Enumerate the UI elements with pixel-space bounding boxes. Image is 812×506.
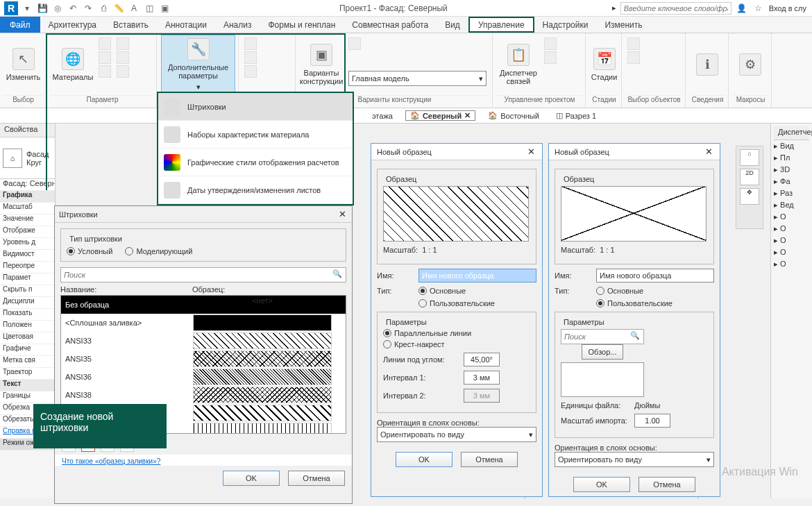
keyword-search[interactable]: [620, 2, 731, 15]
menu-file[interactable]: Файл: [0, 17, 40, 33]
help-icon[interactable]: 👤: [736, 2, 748, 15]
modify-tool[interactable]: ↖Изменить: [3, 35, 44, 94]
radio-custom[interactable]: Пользовательские: [596, 299, 673, 307]
orientation-combo[interactable]: Ориентировать по виду▾: [377, 427, 536, 442]
property-row[interactable]: Метка свя: [0, 356, 55, 368]
import-scale-input[interactable]: [634, 414, 670, 428]
tree-item[interactable]: ▸ О: [774, 246, 809, 258]
param-icon-2[interactable]: [99, 51, 111, 64]
dropdown-sheet-dates[interactable]: Даты утверждения/изменения листов: [158, 176, 353, 204]
view-icon[interactable]: ▣: [158, 2, 171, 15]
info-button[interactable]: ℹ: [690, 35, 725, 94]
tree-item[interactable]: ▸ Вед: [774, 199, 809, 211]
home-icon[interactable]: ⌂: [740, 149, 759, 166]
radio-modeling[interactable]: Моделирующий: [125, 247, 192, 255]
param-icon-3[interactable]: [99, 65, 111, 78]
dropdown-hatches[interactable]: Штриховки: [158, 93, 353, 121]
tree-item[interactable]: ▸ Вид: [774, 140, 809, 152]
tab-section[interactable]: ◫ Разрез 1: [552, 111, 600, 120]
tree-item[interactable]: ▸ О: [774, 235, 809, 246]
link-manager-button[interactable]: 📋Диспетчер связей: [497, 35, 540, 94]
save-icon[interactable]: 💾: [36, 2, 49, 15]
property-row[interactable]: Видимост: [0, 250, 55, 262]
property-row[interactable]: Значение: [0, 214, 55, 226]
proj-icon-1[interactable]: [544, 37, 557, 50]
pattern-row[interactable]: Без образца<нет>: [61, 296, 346, 314]
radio-cross[interactable]: Крест-накрест: [383, 340, 530, 348]
view-cube[interactable]: ⌂ 2D ✥: [736, 146, 763, 229]
menu-modify[interactable]: Изменить: [596, 17, 650, 33]
param-list[interactable]: [561, 362, 644, 397]
close-button[interactable]: ✕: [337, 209, 348, 220]
sample-name-input[interactable]: [596, 269, 714, 282]
menu-annotations[interactable]: Аннотации: [157, 17, 215, 33]
browse-button[interactable]: Обзор...: [582, 344, 623, 360]
property-row[interactable]: Показать: [0, 309, 55, 321]
radio-custom[interactable]: Пользовательские: [418, 299, 495, 307]
what-is-fill-link[interactable]: Что такое «образец заливки»?: [55, 455, 352, 466]
project-browser[interactable]: Диспетчер ▸ Вид▸ Пл▸ 3D▸ Фа▸ Раз▸ Вед▸ О…: [770, 124, 812, 498]
nav-icon[interactable]: ✥: [740, 188, 759, 205]
sample-ok-button[interactable]: OK: [396, 452, 452, 467]
radio-basic[interactable]: Основные: [596, 287, 643, 295]
param-icon-6[interactable]: [117, 65, 129, 78]
tab-north[interactable]: 🏠 Северный ✕: [405, 110, 475, 121]
undo-icon[interactable]: ↶: [67, 2, 79, 15]
sel-icon-2[interactable]: [627, 51, 640, 64]
tree-item[interactable]: ▸ О: [774, 223, 809, 235]
variant-icon[interactable]: [348, 37, 361, 50]
sample-cancel-button[interactable]: Отмена: [461, 452, 518, 467]
2d-icon[interactable]: 2D: [740, 169, 759, 185]
macros-button[interactable]: ⚙: [733, 35, 768, 94]
property-row[interactable]: Отображе: [0, 226, 55, 238]
tab-east[interactable]: 🏠 Восточный: [484, 111, 543, 120]
dropdown-material-sets[interactable]: Наборы характеристик материала: [158, 121, 353, 149]
menu-view[interactable]: Вид: [437, 17, 468, 33]
close-button[interactable]: ✕: [525, 146, 536, 158]
login-link[interactable]: Вход в слу: [769, 4, 806, 12]
property-row[interactable]: Границы: [0, 391, 55, 403]
menu-massing[interactable]: Формы и генплан: [260, 17, 344, 33]
sample-ok-button[interactable]: OK: [573, 477, 630, 492]
interval1-input[interactable]: [464, 371, 500, 385]
pattern-row[interactable]: ANSI38: [61, 386, 346, 404]
property-row[interactable]: Цветовая: [0, 332, 55, 344]
property-row[interactable]: Графиче: [0, 344, 55, 356]
angle-input[interactable]: [464, 353, 500, 366]
settings-icon-1[interactable]: [244, 37, 257, 50]
hatch-cancel-button[interactable]: Отмена: [288, 471, 345, 486]
property-row[interactable]: Скрыть п: [0, 285, 55, 297]
tree-item[interactable]: ▸ Пл: [774, 152, 809, 164]
menu-collaborate[interactable]: Совместная работа: [344, 17, 437, 33]
param-icon-5[interactable]: [117, 51, 129, 64]
param-icon-1[interactable]: [99, 37, 111, 50]
tab-floor[interactable]: этажа: [368, 112, 397, 120]
open-icon[interactable]: ▾: [21, 2, 33, 15]
sel-icon-1[interactable]: [627, 37, 640, 50]
pattern-row[interactable]: ANSI35: [61, 350, 346, 368]
close-icon[interactable]: ✕: [464, 111, 471, 120]
tree-item[interactable]: ▸ О: [774, 258, 809, 270]
main-model-combo[interactable]: Главная модель▾: [348, 71, 487, 86]
print-icon[interactable]: ⎙: [97, 2, 110, 15]
menu-addins[interactable]: Надстройки: [534, 17, 597, 33]
menu-architecture[interactable]: Архитектура: [40, 17, 105, 33]
settings-icon-3[interactable]: [244, 65, 257, 78]
menu-manage[interactable]: Управление: [468, 17, 534, 33]
property-row[interactable]: Масштаб: [0, 203, 55, 214]
cube-icon[interactable]: ◫: [143, 2, 155, 15]
pattern-row[interactable]: <Сплошная заливка>: [61, 314, 346, 332]
measure-icon[interactable]: 📏: [112, 2, 125, 15]
property-row[interactable]: Траектор: [0, 368, 55, 380]
tree-item[interactable]: ▸ 3D: [774, 164, 809, 176]
property-row[interactable]: Положен: [0, 321, 55, 332]
menu-analysis[interactable]: Анализ: [215, 17, 260, 33]
close-button[interactable]: ✕: [703, 146, 714, 158]
materials-button[interactable]: 🌐Материалы: [51, 35, 94, 94]
pattern-row[interactable]: ANSI33: [61, 332, 346, 350]
pattern-row[interactable]: ANSI36: [61, 368, 346, 386]
param-icon-4[interactable]: [117, 37, 129, 50]
menu-insert[interactable]: Вставить: [105, 17, 157, 33]
fav-icon[interactable]: ☆: [752, 2, 765, 15]
radio-basic[interactable]: Основные: [418, 287, 466, 295]
